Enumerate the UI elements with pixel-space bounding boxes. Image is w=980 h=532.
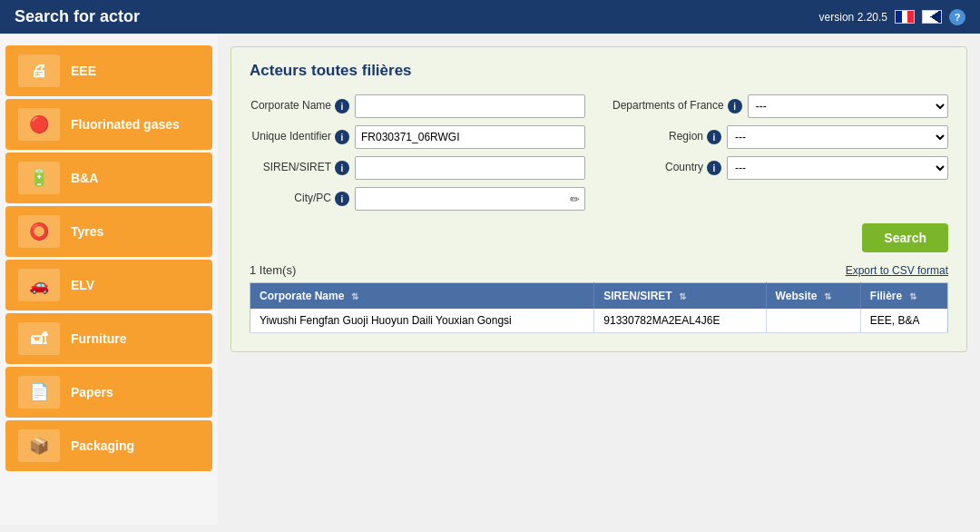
city-pc-label: City/PC — [294, 192, 331, 206]
city-edit-icon[interactable]: ✏ — [570, 192, 580, 206]
siren-siret-input[interactable] — [355, 156, 585, 180]
siren-siret-label-wrap: SIREN/SIRET i — [250, 161, 349, 175]
sort-filiere-icon: ⇅ — [909, 291, 916, 301]
col-siren-siret[interactable]: SIREN/SIRET ⇅ — [594, 283, 766, 310]
content-area: Acteurs toutes filières Corporate Name i — [218, 34, 980, 525]
sidebar-label-elv: ELV — [71, 278, 94, 292]
sidebar-item-eee[interactable]: 🖨 EEE — [5, 45, 212, 96]
sidebar-label-eee: EEE — [71, 64, 96, 78]
search-form: Corporate Name i Unique Identifier i — [250, 94, 948, 211]
sidebar-label-packaging: Packaging — [71, 438, 134, 453]
region-label: Region — [669, 130, 703, 144]
sidebar-label-papers: Papers — [71, 385, 113, 399]
left-fields: Corporate Name i Unique Identifier i — [250, 94, 585, 211]
results-count: 1 Item(s) — [250, 263, 296, 277]
col-filiere[interactable]: Filière ⇅ — [860, 283, 947, 310]
unique-identifier-info-icon[interactable]: i — [335, 130, 349, 144]
sidebar-item-fluorinated[interactable]: 🔴 Fluorinated gases — [5, 99, 212, 150]
city-pc-info-icon[interactable]: i — [335, 192, 349, 206]
sidebar-item-elv[interactable]: 🚗 ELV — [5, 260, 212, 310]
flag-english-icon[interactable] — [922, 10, 942, 24]
top-bar-right: version 2.20.5 ? — [819, 9, 965, 25]
sidebar-label-furniture: Furniture — [71, 331, 126, 346]
region-info-icon[interactable]: i — [707, 130, 721, 144]
departments-select[interactable]: --- — [748, 94, 948, 118]
country-info-icon[interactable]: i — [707, 161, 721, 175]
cell-corporate-name: Yiwushi Fengfan Guoji Huoyun Daili Youxi… — [250, 309, 594, 333]
sidebar-label-bna: B&A — [71, 171, 98, 185]
sidebar-item-bna[interactable]: 🔋 B&A — [5, 153, 212, 203]
siren-siret-row: SIREN/SIRET i — [250, 156, 585, 180]
sidebar-item-packaging[interactable]: 📦 Packaging — [5, 420, 212, 471]
col-corporate-name[interactable]: Corporate Name ⇅ — [250, 283, 594, 310]
help-icon[interactable]: ? — [949, 9, 965, 25]
flag-french-icon[interactable] — [895, 10, 915, 24]
departments-label-wrap: Departments of France i — [612, 99, 742, 113]
country-row: Country i --- — [612, 156, 948, 180]
top-bar: Search for actor version 2.20.5 ? — [0, 0, 980, 34]
search-button[interactable]: Search — [862, 223, 948, 252]
sidebar-icon-eee: 🖨 — [18, 54, 60, 87]
corporate-name-label: Corporate Name — [250, 99, 331, 113]
cell-website — [766, 309, 860, 333]
country-label-wrap: Country i — [612, 161, 721, 175]
city-pc-row: City/PC i ✏ — [250, 187, 585, 211]
siren-siret-label: SIREN/SIRET — [263, 161, 331, 175]
right-fields: Departments of France i --- Region i — [612, 94, 948, 211]
city-pc-label-wrap: City/PC i — [250, 192, 349, 206]
unique-identifier-label-wrap: Unique Identifier i — [250, 130, 349, 144]
siren-siret-info-icon[interactable]: i — [335, 161, 349, 175]
sidebar-label-fluorinated: Fluorinated gases — [71, 117, 180, 132]
corporate-name-label-wrap: Corporate Name i — [250, 99, 349, 113]
unique-identifier-input[interactable] — [355, 125, 585, 149]
sort-corporate-name-icon: ⇅ — [351, 291, 358, 301]
city-pc-input[interactable] — [355, 187, 585, 211]
results-table-head: Corporate Name ⇅ SIREN/SIRET ⇅ Website ⇅… — [250, 283, 948, 310]
sidebar-icon-packaging: 📦 — [18, 429, 60, 462]
region-select[interactable]: --- — [727, 125, 948, 149]
country-select[interactable]: --- — [727, 156, 948, 180]
sidebar-item-papers[interactable]: 📄 Papers — [5, 367, 212, 418]
sidebar-item-furniture[interactable]: 🛋 Furniture — [5, 313, 212, 364]
export-csv-link[interactable]: Export to CSV format — [846, 264, 948, 277]
sidebar-icon-tyres: ⭕ — [18, 215, 60, 248]
country-label: Country — [665, 161, 703, 175]
sidebar-icon-furniture: 🛋 — [18, 322, 60, 355]
sidebar-icon-bna: 🔋 — [18, 162, 60, 194]
results-table: Corporate Name ⇅ SIREN/SIRET ⇅ Website ⇅… — [250, 282, 948, 333]
departments-row: Departments of France i --- — [612, 94, 948, 118]
cell-siren-siret: 91330782MA2EAL4J6E — [594, 309, 766, 333]
panel-title: Acteurs toutes filières — [250, 62, 948, 80]
version-label: version 2.20.5 — [819, 11, 887, 24]
sidebar-label-tyres: Tyres — [71, 224, 103, 239]
results-table-header-row: Corporate Name ⇅ SIREN/SIRET ⇅ Website ⇅… — [250, 283, 948, 310]
sidebar-item-tyres[interactable]: ⭕ Tyres — [5, 206, 212, 257]
sidebar-icon-elv: 🚗 — [18, 269, 60, 301]
corporate-name-row: Corporate Name i — [250, 94, 585, 118]
results-table-body: Yiwushi Fengfan Guoji Huoyun Daili Youxi… — [250, 309, 948, 333]
cell-filiere: EEE, B&A — [860, 309, 947, 333]
results-header: 1 Item(s) Export to CSV format — [250, 263, 948, 277]
region-row: Region i --- — [612, 125, 948, 149]
departments-label: Departments of France — [612, 99, 724, 113]
sidebar-icon-fluorinated: 🔴 — [18, 108, 60, 141]
unique-identifier-label: Unique Identifier — [252, 130, 331, 144]
sidebar-icon-papers: 📄 — [18, 376, 60, 409]
main-layout: 🖨 EEE 🔴 Fluorinated gases 🔋 B&A ⭕ Tyres … — [0, 34, 980, 525]
departments-info-icon[interactable]: i — [728, 99, 742, 113]
sort-website-icon: ⇅ — [824, 291, 831, 301]
table-row[interactable]: Yiwushi Fengfan Guoji Huoyun Daili Youxi… — [250, 309, 948, 333]
sort-siren-siret-icon: ⇅ — [679, 291, 686, 301]
search-panel: Acteurs toutes filières Corporate Name i — [230, 46, 967, 352]
city-input-wrap: ✏ — [355, 187, 585, 211]
corporate-name-input[interactable] — [355, 94, 585, 118]
col-website[interactable]: Website ⇅ — [766, 283, 860, 310]
sidebar: 🖨 EEE 🔴 Fluorinated gases 🔋 B&A ⭕ Tyres … — [0, 34, 218, 525]
page-title: Search for actor — [15, 7, 140, 26]
corporate-name-info-icon[interactable]: i — [335, 99, 349, 113]
region-label-wrap: Region i — [612, 130, 721, 144]
unique-identifier-row: Unique Identifier i — [250, 125, 585, 149]
search-btn-row: Search — [250, 223, 948, 252]
